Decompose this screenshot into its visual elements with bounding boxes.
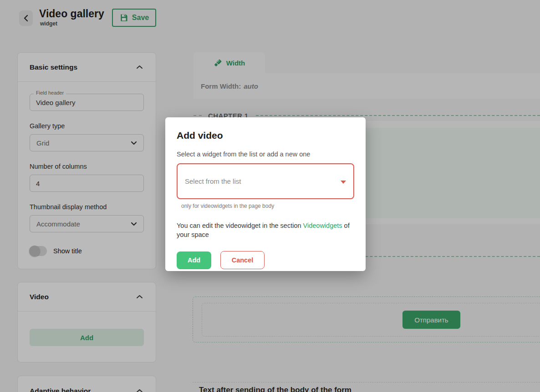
videowidgets-link[interactable]: Videowidgets: [303, 222, 342, 229]
modal-title: Add video: [177, 130, 354, 141]
widget-select-placeholder: Select from the list: [185, 177, 241, 185]
modal-cancel-button[interactable]: Cancel: [220, 251, 265, 269]
widget-select[interactable]: Select from the list: [177, 163, 354, 199]
select-helper-text: only for videowidgets in the page body: [181, 203, 354, 209]
note-text-before: You can edit the videowidget in the sect…: [177, 222, 303, 229]
app-screen: Video gallery widget Save Basic settings…: [0, 0, 540, 392]
modal-description: Select a widget from the list or add a n…: [177, 151, 354, 158]
add-video-modal: Add video Select a widget from the list …: [165, 117, 366, 271]
dropdown-arrow-icon: [341, 181, 346, 184]
modal-add-button[interactable]: Add: [177, 251, 211, 269]
modal-actions: Add Cancel: [177, 251, 354, 269]
modal-note: You can edit the videowidget in the sect…: [177, 221, 354, 239]
